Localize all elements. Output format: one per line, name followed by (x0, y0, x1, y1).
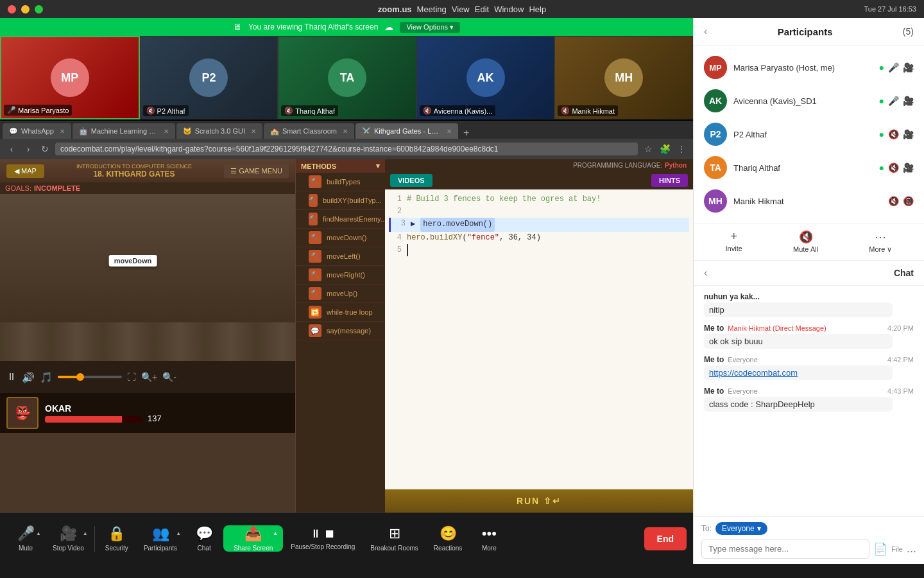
fullscreen-button[interactable]: ⛶ (127, 372, 136, 382)
method-moveup[interactable]: 🔨 moveUp() (296, 285, 385, 303)
new-tab-button[interactable]: + (459, 127, 473, 139)
mic-btn-p2althaf[interactable]: 🔇 (888, 129, 899, 139)
toolbar-chat[interactable]: 💬 Chat (185, 525, 223, 552)
tab-kithgard[interactable]: ⚔️Kithgard Gates - Learn to...✕ (355, 123, 458, 139)
volume-button[interactable]: 🔊 (22, 371, 35, 383)
view-options-button[interactable]: View Options ▾ (400, 22, 460, 33)
tab-whatsapp[interactable]: 💬WhatsApp✕ (3, 123, 71, 139)
chat-input[interactable] (701, 539, 869, 559)
chat-to-button[interactable]: Everyone ▾ (715, 522, 767, 535)
game-menu-button[interactable]: ☰ GAME MENU (224, 164, 289, 178)
chat-more-button[interactable]: ... (907, 542, 916, 556)
toolbar-more[interactable]: ••• More (470, 525, 508, 552)
chat-time-4: 4:43 PM (887, 387, 914, 395)
method-moveleft[interactable]: 🔨 moveLeft() (296, 247, 385, 266)
zoom-out-button[interactable]: 🔍- (162, 372, 176, 382)
chat-msg-header-4: Me to Everyone 4:43 PM (704, 387, 914, 396)
end-button[interactable]: End (644, 527, 687, 550)
method-say[interactable]: 💬 say(message) (296, 322, 385, 340)
forward-button[interactable]: › (22, 144, 35, 154)
character-info: 👺 OKAR 137 (0, 393, 295, 433)
minimize-button[interactable] (21, 5, 30, 13)
menu-window[interactable]: Window (494, 4, 524, 14)
chat-message-4: Me to Everyone 4:43 PM class code : Shar… (704, 387, 914, 412)
method-icon-5: 🔨 (309, 268, 321, 281)
sharescreen-arrow[interactable]: ▲ (273, 530, 278, 536)
stopvideo-arrow[interactable]: ▲ (83, 530, 88, 536)
mic-btn-manik[interactable]: 🔇 (888, 196, 899, 206)
more-icon: ••• (482, 525, 497, 542)
toolbar-mute[interactable]: 🎤 Mute ▲ (6, 525, 45, 552)
toolbar-stopvideo[interactable]: 🎥 Stop Video ▲ (45, 525, 92, 552)
invite-button[interactable]: + Invite (726, 230, 742, 254)
mic-btn-avicenna[interactable]: 🎤 (888, 96, 899, 106)
toolbar-reactions[interactable]: 😊 Reactions (426, 525, 470, 552)
menu-edit[interactable]: Edit (475, 4, 489, 14)
notification-text: You are viewing Thariq Althaf's screen (248, 22, 378, 31)
lang-bar: PROGRAMMING LANGUAGE: Python (385, 159, 693, 171)
close-button[interactable] (8, 5, 16, 13)
floor (0, 322, 295, 361)
mute-arrow[interactable]: ▲ (36, 530, 41, 536)
cam-btn-p2althaf[interactable]: 🎥 (903, 129, 914, 139)
toolbar-recording[interactable]: ⏸ ⏹ Pause/Stop Recording (283, 527, 363, 550)
mic-btn-marisa[interactable]: 🎤 (888, 62, 899, 73)
toolbar-sharesceen[interactable]: 📤 Share Screen ▲ (223, 525, 283, 552)
map-button[interactable]: ◀ MAP (6, 164, 44, 178)
tab-scratch[interactable]: 🐱Scratch 3.0 GUI✕ (176, 123, 262, 139)
method-findnearest[interactable]: 🔨 findNearestEnemy... (296, 210, 385, 229)
chat-sender-1: nuhun ya kak... (704, 292, 760, 301)
action-btns: VIDEOS HINTS (385, 171, 693, 189)
menu-view[interactable]: View (452, 4, 470, 14)
toolbar-security[interactable]: 🔒 Security (98, 525, 136, 552)
method-buildtypes[interactable]: 🔨 buildTypes (296, 173, 385, 191)
menu-button[interactable]: ⋮ (675, 144, 688, 154)
refresh-button[interactable]: ↻ (38, 144, 51, 154)
participants-arrow[interactable]: ▲ (176, 530, 181, 536)
cam-btn-avicenna[interactable]: 🎥 (903, 96, 914, 106)
health-bar (45, 416, 141, 423)
stop-icon: ⏹ (324, 527, 336, 541)
menu-help[interactable]: Help (529, 4, 546, 14)
extensions-button[interactable]: 🧩 (658, 144, 671, 154)
chat-collapse[interactable]: ‹ (704, 267, 707, 279)
mic-btn-thariq[interactable]: 🔇 (888, 162, 899, 173)
methods-expand[interactable]: ▾ (376, 162, 380, 170)
code-content[interactable]: 1 # Build 3 fences to keep the ogres at … (385, 189, 693, 489)
chat-link-3[interactable]: https://codecombat.com (709, 368, 798, 378)
controls-p2althaf: ● 🔇 🎥 (879, 129, 914, 139)
tab-mlkids[interactable]: 🤖Machine Learning for Kids✕ (73, 123, 175, 139)
toolbar-participants[interactable]: 👥 Participants ▲ (136, 525, 185, 552)
menu-meeting[interactable]: Meeting (417, 4, 447, 14)
url-input[interactable] (55, 143, 638, 155)
collapse-button[interactable]: ‹ (704, 26, 707, 37)
music-button[interactable]: 🎵 (40, 371, 53, 383)
toolbar-breakout[interactable]: ⊞ Breakout Rooms (363, 525, 425, 552)
volume-slider[interactable] (58, 376, 122, 378)
pause-button[interactable]: ⏸ (6, 371, 17, 383)
zoom-in-button[interactable]: 🔍+ (141, 372, 157, 382)
cam-btn-marisa[interactable]: 🎥 (903, 62, 914, 73)
back-button[interactable]: ‹ (5, 144, 18, 154)
more-participants-button[interactable]: ⋯ More ∨ (869, 230, 892, 254)
controls-thariq: ● 🔇 🎥 (879, 162, 914, 173)
cam-btn-manik[interactable]: 📵 (903, 196, 914, 206)
mute-all-button[interactable]: 🔇 Mute All (793, 230, 818, 254)
method-movedown[interactable]: 🔨 moveDown() (296, 229, 385, 247)
traffic-lights[interactable] (8, 5, 43, 13)
videos-button[interactable]: VIDEOS (390, 174, 432, 187)
bookmark-button[interactable]: ☆ (642, 144, 654, 154)
method-while[interactable]: 🔁 while-true loop (296, 303, 385, 322)
game-canvas[interactable]: moveDown (0, 194, 295, 361)
participant-label-p2althaf: 🔇 P2 Althaf (143, 105, 189, 116)
method-buildxy[interactable]: 🔨 buildXY(buildTyp... (296, 191, 385, 210)
hints-button[interactable]: HINTS (651, 174, 688, 187)
app-name: zoom.us (378, 4, 412, 14)
file-button[interactable]: 📄 (873, 542, 887, 556)
cam-btn-thariq[interactable]: 🎥 (903, 162, 914, 173)
chat-text-1: nitip (704, 302, 893, 317)
method-moveright[interactable]: 🔨 moveRight() (296, 266, 385, 285)
tab-smartclassroom[interactable]: 🏫Smart Classroom✕ (264, 123, 354, 139)
maximize-button[interactable] (35, 5, 43, 13)
run-button[interactable]: RUN ⇧↵ (385, 489, 693, 512)
